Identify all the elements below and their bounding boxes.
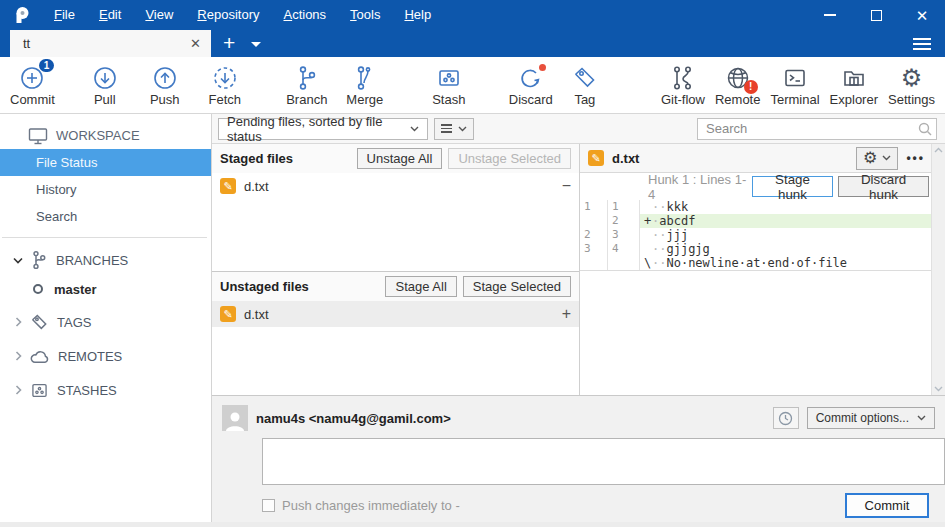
branch-icon [30, 250, 48, 270]
gear-icon: ⚙ [863, 150, 877, 166]
push-immediately-checkbox[interactable] [262, 499, 275, 512]
repo-tab-label: tt [23, 36, 190, 51]
tag-toolbar-button[interactable]: Tag [563, 59, 607, 111]
stage-all-button[interactable]: Stage All [385, 276, 456, 297]
repo-tab[interactable]: tt ✕ [10, 30, 211, 57]
terminal-toolbar-button[interactable]: Terminal [770, 59, 819, 111]
scroll-up-icon[interactable] [934, 147, 943, 153]
unstage-selected-button[interactable]: Unstage Selected [448, 148, 571, 169]
sidebar-section-branches[interactable]: BRANCHES [0, 245, 211, 275]
stash-toolbar-button[interactable]: Stash [427, 59, 471, 111]
stage-file-button[interactable]: + [562, 306, 571, 322]
chevron-down-icon [882, 155, 891, 161]
fetch-toolbar-button[interactable]: Fetch [203, 59, 247, 111]
diff-scrollbar[interactable] [931, 144, 945, 395]
gear-icon: ⚙ [901, 64, 923, 92]
menu-file[interactable]: File [42, 0, 87, 30]
filter-bar: Pending files, sorted by file status [212, 114, 945, 144]
commit-message-input[interactable] [262, 438, 945, 485]
branch-icon [295, 64, 319, 92]
chevron-right-icon[interactable] [10, 317, 26, 327]
chevron-down-icon [917, 415, 926, 421]
branch-toolbar-button[interactable]: Branch [285, 59, 329, 111]
diff-line[interactable]: 3 4 ··gjjgjg [580, 242, 945, 256]
chevron-down-icon[interactable] [10, 257, 26, 264]
sidebar-branch-master[interactable]: master [0, 275, 211, 303]
chevron-down-icon [410, 126, 419, 132]
tag-icon [572, 64, 598, 92]
discard-hunk-button[interactable]: Discard hunk [838, 176, 929, 197]
push-toolbar-button[interactable]: Push [143, 59, 187, 111]
pull-toolbar-button[interactable]: Pull [83, 59, 127, 111]
modified-pencil-icon: ✎ [220, 306, 236, 322]
menu-actions[interactable]: Actions [271, 0, 338, 30]
sidebar-section-stashes[interactable]: STASHES [0, 375, 211, 405]
more-options-button[interactable]: ••• [906, 151, 925, 165]
diff-options-button[interactable]: ⚙ [856, 147, 898, 170]
workspace-header-label: WORKSPACE [56, 128, 140, 143]
sidebar-item-history[interactable]: History [0, 176, 211, 203]
titlebar: File Edit View Repository Actions Tools … [0, 0, 945, 30]
stage-selected-button[interactable]: Stage Selected [463, 276, 571, 297]
tags-section-label: TAGS [57, 315, 91, 330]
hamburger-menu-button[interactable] [913, 38, 931, 50]
sidebar-section-tags[interactable]: TAGS [0, 307, 211, 337]
tab-close-icon[interactable]: ✕ [190, 36, 201, 51]
search-input[interactable] [697, 118, 937, 140]
chevron-right-icon[interactable] [10, 351, 26, 361]
new-tab-button[interactable]: + [223, 30, 235, 55]
unstaged-file-row[interactable]: ✎ d.txt + [212, 301, 579, 327]
plus-circle-icon: 1 [19, 64, 45, 92]
modified-pencil-icon: ✎ [588, 150, 604, 166]
menu-tools[interactable]: Tools [338, 0, 392, 30]
discard-toolbar-button[interactable]: Discard [509, 59, 553, 111]
commit-options-button[interactable]: Commit options... [807, 407, 935, 429]
remote-toolbar-button[interactable]: ! Remote [715, 59, 761, 111]
sidebar-divider [2, 237, 207, 238]
pending-files-select[interactable]: Pending files, sorted by file status [218, 118, 428, 140]
commit-node-icon [32, 283, 44, 295]
minimize-button[interactable] [807, 0, 853, 30]
modified-pencil-icon: ✎ [220, 178, 236, 194]
scroll-down-icon[interactable] [934, 386, 943, 392]
close-button[interactable]: ✕ [899, 0, 945, 30]
stage-hunk-button[interactable]: Stage hunk [752, 176, 833, 197]
sidebar-section-remotes[interactable]: REMOTES [0, 341, 211, 371]
commit-toolbar-button[interactable]: 1 Commit [10, 59, 55, 111]
staged-file-row[interactable]: ✎ d.txt − [212, 173, 579, 199]
diff-line[interactable]: 2 3 ··jjj [580, 228, 945, 242]
explorer-toolbar-button[interactable]: Explorer [830, 59, 878, 111]
diff-line-added[interactable]: 2 +·abcdf [580, 214, 945, 228]
menu-help[interactable]: Help [392, 0, 443, 30]
settings-toolbar-button[interactable]: ⚙ Settings [888, 59, 935, 111]
view-mode-button[interactable] [434, 118, 474, 140]
commit-button[interactable]: Commit [845, 493, 929, 518]
sidebar-item-search[interactable]: Search [0, 203, 211, 230]
chevron-right-icon[interactable] [10, 385, 26, 395]
maximize-button[interactable] [853, 0, 899, 30]
tab-list-caret-icon[interactable] [251, 42, 261, 47]
commit-area: namu4s <namu4g@gamil.com> Commit options… [212, 395, 945, 527]
clock-icon [778, 411, 793, 426]
main-toolbar: 1 Commit Pull Push Fetch [0, 57, 945, 114]
maximize-icon [871, 10, 882, 21]
commit-count-badge: 1 [39, 59, 55, 72]
gitflow-toolbar-button[interactable]: Git-flow [661, 59, 705, 111]
diff-line-no-newline: \··No·newline·at·end·of·file [580, 256, 945, 270]
menu-repository[interactable]: Repository [185, 0, 271, 30]
staged-files-panel: Staged files Unstage All Unstage Selecte… [212, 144, 579, 272]
diff-line[interactable]: 1 1 ··kkk [580, 200, 945, 214]
menu-edit[interactable]: Edit [87, 0, 133, 30]
staged-files-title: Staged files [220, 151, 293, 166]
unstage-all-button[interactable]: Unstage All [357, 148, 443, 169]
sidebar-item-file-status[interactable]: File Status [0, 149, 211, 176]
diff-file-name: d.txt [612, 151, 639, 166]
merge-toolbar-button[interactable]: Merge [343, 59, 387, 111]
undo-arrow-icon [518, 64, 544, 92]
terminal-icon [782, 64, 808, 92]
unstage-file-button[interactable]: − [562, 178, 571, 194]
monitor-icon [28, 127, 48, 145]
minimize-icon [824, 14, 836, 16]
menu-view[interactable]: View [133, 0, 185, 30]
commit-history-button[interactable] [773, 407, 799, 429]
